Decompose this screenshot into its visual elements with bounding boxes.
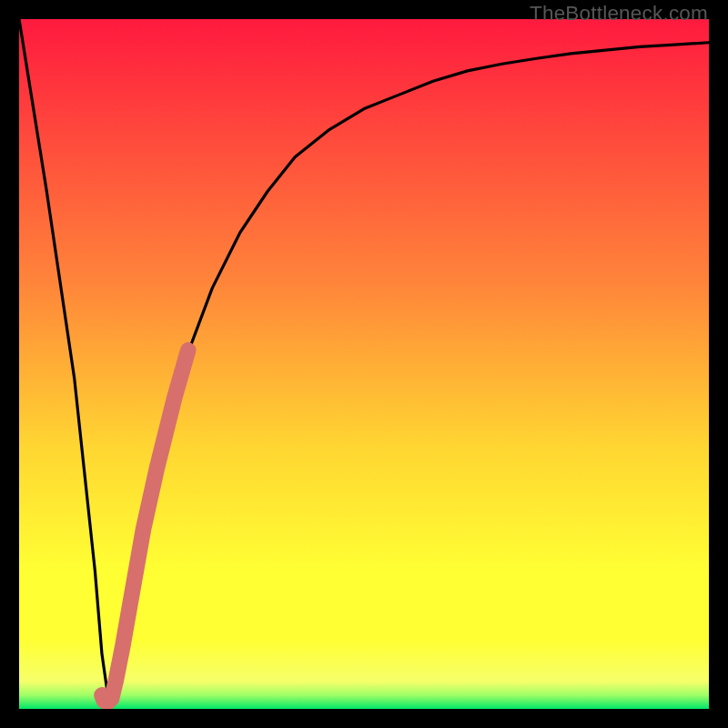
chart-frame: TheBottleneck.com (0, 0, 728, 728)
chart-svg (19, 19, 709, 709)
plot-area (19, 19, 709, 709)
watermark-text: TheBottleneck.com (530, 2, 708, 25)
